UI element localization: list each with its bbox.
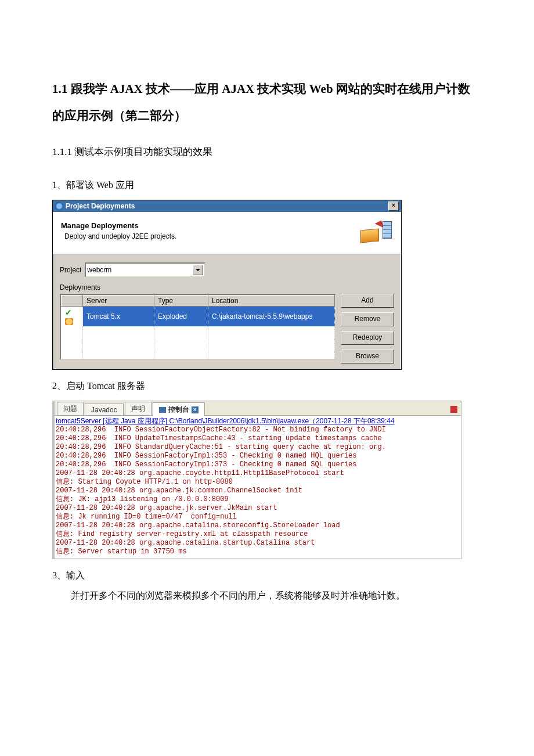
- tab-console[interactable]: 控制台 ×: [153, 402, 205, 416]
- dialog-title: Project Deployments: [66, 202, 135, 210]
- app-icon: [55, 202, 63, 210]
- console-icon: [159, 407, 166, 413]
- stop-icon[interactable]: [450, 406, 457, 413]
- deployments-label: Deployments: [60, 283, 394, 291]
- step-2-heading: 2、启动 Tomcat 服务器: [52, 380, 482, 393]
- section-heading-1-1-1: 1.1.1 测试本示例项目功能实现的效果: [52, 145, 482, 159]
- console-panel: 问题 Javadoc 声明 控制台 × tomcat5Server [远程 Ja…: [52, 401, 461, 559]
- console-log-text: 20:40:28,296 INFO SessionFactoryObjectFa…: [56, 426, 386, 556]
- tab-problems[interactable]: 问题: [57, 402, 84, 415]
- dialog-titlebar[interactable]: Project Deployments ×: [53, 200, 401, 212]
- tomcat-icon: [65, 318, 73, 325]
- table-row[interactable]: ✓ Tomcat 5.x Exploded C:\jakarta-tomcat-…: [62, 307, 335, 327]
- dialog-header: Manage Deployments Deploy and undeploy J…: [53, 212, 401, 254]
- check-icon: ✓: [65, 308, 73, 317]
- table-row: [62, 352, 335, 360]
- cell-location: C:\jakarta-tomcat-5.5.9\webapps: [208, 307, 335, 327]
- close-button[interactable]: ×: [388, 201, 399, 211]
- tab-javadoc[interactable]: Javadoc: [85, 404, 124, 415]
- col-type[interactable]: Type: [154, 296, 208, 307]
- add-button[interactable]: Add: [341, 294, 394, 308]
- browse-button[interactable]: Browse: [341, 350, 394, 363]
- chevron-down-icon[interactable]: [193, 265, 203, 275]
- deployments-table[interactable]: Server Type Location ✓ Tomcat 5.x Explod…: [60, 294, 336, 360]
- deploy-illustration-icon: [358, 217, 393, 244]
- manage-deployments-subtitle: Deploy and undeploy J2EE projects.: [61, 232, 176, 240]
- console-process-line: tomcat5Server [远程 Java 应用程序] C:\Borland\…: [56, 417, 460, 426]
- manage-deployments-title: Manage Deployments: [61, 221, 176, 230]
- console-output[interactable]: tomcat5Server [远程 Java 应用程序] C:\Borland\…: [55, 416, 461, 559]
- table-row: [62, 339, 335, 352]
- col-server[interactable]: Server: [83, 296, 154, 307]
- step-3-heading: 3、输入: [52, 570, 482, 582]
- project-select-value: webcrm: [87, 266, 111, 274]
- cell-server: Tomcat 5.x: [83, 307, 154, 327]
- step-1-heading: 1、部署该 Web 应用: [52, 179, 482, 192]
- project-label: Project: [60, 266, 81, 274]
- project-deployments-dialog: Project Deployments × Manage Deployments…: [52, 200, 402, 370]
- tab-declaration[interactable]: 声明: [125, 402, 151, 415]
- step-3-paragraph: 并打开多个不同的浏览器来模拟多个不同的用户，系统将能够及时并准确地计数。: [52, 590, 482, 602]
- redeploy-button[interactable]: Redeploy: [341, 331, 394, 345]
- col-location[interactable]: Location: [208, 296, 335, 307]
- cell-type: Exploded: [154, 307, 208, 327]
- table-row: [62, 326, 335, 339]
- project-select[interactable]: webcrm: [85, 262, 205, 278]
- tab-console-label: 控制台: [168, 405, 189, 415]
- section-heading-1-1: 1.1 跟我学 AJAX 技术——应用 AJAX 技术实现 Web 网站的实时在…: [52, 75, 482, 129]
- console-tabbar: 问题 Javadoc 声明 控制台 ×: [55, 401, 461, 416]
- close-icon[interactable]: ×: [192, 406, 199, 413]
- remove-button[interactable]: Remove: [341, 312, 394, 326]
